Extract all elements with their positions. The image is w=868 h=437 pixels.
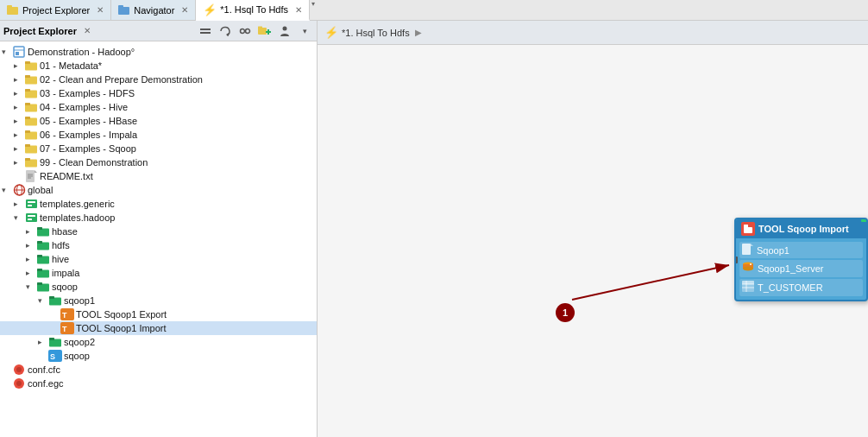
svg-rect-2 <box>118 7 129 15</box>
expand-arrow-tg[interactable] <box>14 200 24 208</box>
svg-rect-45 <box>26 213 37 222</box>
tree-item-01-metadata[interactable]: 01 - Metadata* <box>0 59 317 73</box>
expand-arrow-07[interactable] <box>14 144 24 153</box>
collapse-all-button[interactable] <box>197 23 214 39</box>
person-button[interactable] <box>276 23 293 39</box>
tabs-dropdown-arrow[interactable]: ▾ <box>311 0 315 20</box>
tree-item-sqoop-folder[interactable]: sqoop <box>0 280 317 294</box>
tree-item-02-clean[interactable]: 02 - Clean and Prepare Demonstration <box>0 73 317 86</box>
tree-item-05-hbase[interactable]: 05 - Examples - HBase <box>0 114 317 128</box>
folder-icon-07 <box>24 142 38 155</box>
tree-item-hbase[interactable]: hbase <box>0 225 317 238</box>
tab-project-explorer-close[interactable]: ✕ <box>97 5 104 15</box>
expand-arrow-99[interactable] <box>14 158 24 167</box>
tab-hsql-to-hdfs[interactable]: ⚡ *1. Hsql To Hdfs ✕ <box>196 0 310 21</box>
expand-arrow-05[interactable] <box>14 117 24 125</box>
canvas-panel: ⚡ *1. Hsql To Hdfs ▶ <box>318 21 868 437</box>
tree-item-sqoop1[interactable]: sqoop1 <box>0 294 317 307</box>
server-row-label: Sqoop1_Server <box>758 263 823 274</box>
tool-node-row-t-customer[interactable]: T_CUSTOMER <box>739 279 863 296</box>
expand-arrow-01[interactable] <box>14 61 24 70</box>
tree-item-hdfs[interactable]: hdfs <box>0 238 317 252</box>
svg-point-14 <box>283 26 287 30</box>
tab-navigator-close[interactable]: ✕ <box>181 5 188 15</box>
svg-point-69 <box>16 367 22 372</box>
tree-item-03-hdfs[interactable]: 03 - Examples - HDFS <box>0 86 317 100</box>
tree-item-demo-hadoop[interactable]: Demonstration - Hadoop° <box>0 45 317 59</box>
tree-item-conf-egc[interactable]: conf.egc <box>0 377 317 390</box>
tab-project-explorer[interactable]: Project Explorer ✕ <box>0 0 111 20</box>
svg-rect-10 <box>258 28 267 35</box>
tree-item-hive[interactable]: hive <box>0 252 317 266</box>
tool-node-body: Sqoop1 Sqoop1_Server <box>736 238 866 300</box>
impala-folder-icon <box>36 267 50 279</box>
more-options-button[interactable]: ▾ <box>296 23 313 39</box>
panel-header: Project Explorer ✕ <box>0 21 317 41</box>
tree-item-sqoop2[interactable]: sqoop2 <box>0 335 317 349</box>
tool-sqoop-import-node[interactable]: TOOL Sqoop Import Sqoop1 <box>734 218 868 301</box>
tree-item-templates-hadoop[interactable]: templates.hadoop <box>0 211 317 225</box>
tool-node-title: TOOL Sqoop Import <box>758 224 849 234</box>
expand-arrow-global[interactable] <box>2 186 12 194</box>
tree-item-global[interactable]: global <box>0 183 317 197</box>
tree-label-05: 05 - Examples - HBase <box>40 116 137 126</box>
svg-rect-74 <box>742 244 751 255</box>
tab-project-explorer-label: Project Explorer <box>22 5 90 16</box>
sqoop-folder-icon <box>36 281 50 293</box>
hive-folder-icon <box>36 253 50 265</box>
expand-arrow-hive[interactable] <box>26 255 36 263</box>
folder-icon-99 <box>24 156 38 168</box>
tree-item-templates-generic[interactable]: templates.generic <box>0 197 317 211</box>
svg-rect-42 <box>26 200 37 208</box>
folder-icon-01 <box>24 60 38 72</box>
expand-arrow-hdfs[interactable] <box>26 241 36 250</box>
tab-hsql-close[interactable]: ✕ <box>295 5 302 15</box>
expand-arrow-06[interactable] <box>14 130 24 139</box>
svg-rect-84 <box>742 281 754 284</box>
tree-item-tool-sqoop1-export[interactable]: T TOOL Sqoop1 Export <box>0 307 317 321</box>
svg-rect-46 <box>28 215 35 217</box>
link-button[interactable] <box>236 23 254 39</box>
tree-item-tool-sqoop1-import[interactable]: T TOOL Sqoop1 Import <box>0 321 317 335</box>
expand-arrow-03[interactable] <box>14 89 24 98</box>
tree-item-impala[interactable]: impala <box>0 266 317 280</box>
tool-node-row-sqoop1-server[interactable]: Sqoop1_Server <box>739 260 863 277</box>
breadcrumb-arrow-icon: ▶ <box>415 28 422 37</box>
tool-node-row-sqoop1[interactable]: Sqoop1 <box>739 242 863 258</box>
expand-arrow-impala[interactable] <box>26 269 36 277</box>
tree-label-tg: templates.generic <box>40 199 115 209</box>
tree-item-sqoop-tool[interactable]: S sqoop <box>0 349 317 363</box>
expand-arrow-hbase[interactable] <box>26 227 36 236</box>
tree-item-conf-cfc[interactable]: conf.cfc <box>0 363 317 377</box>
svg-marker-35 <box>35 170 37 173</box>
tree-item-04-hive[interactable]: 04 - Examples - Hive <box>0 100 317 114</box>
tree-item-06-impala[interactable]: 06 - Examples - Impala <box>0 128 317 142</box>
expand-arrow-04[interactable] <box>14 103 24 111</box>
canvas-area[interactable]: TOOL Sqoop Import Sqoop1 <box>318 45 868 437</box>
folder-icon-05 <box>24 115 38 127</box>
svg-rect-59 <box>49 296 54 299</box>
annotation-1: 1 <box>556 303 575 322</box>
sqoop1-row-icon <box>742 244 753 256</box>
tree-item-readme[interactable]: README.txt <box>0 169 317 183</box>
expand-arrow-sqoop-folder[interactable] <box>26 282 36 291</box>
svg-rect-3 <box>118 5 123 8</box>
expand-arrow-sqoop2[interactable] <box>38 338 48 346</box>
svg-rect-65 <box>49 338 54 340</box>
dropdown-chevron-icon: ▾ <box>303 27 307 35</box>
sync-button[interactable] <box>217 23 234 39</box>
tree-item-07-sqoop[interactable]: 07 - Examples - Sqoop <box>0 142 317 155</box>
node-left-handle[interactable] <box>734 256 738 263</box>
expand-arrow-th[interactable] <box>14 213 24 222</box>
expand-arrow-02[interactable] <box>14 75 24 84</box>
svg-rect-31 <box>25 144 30 147</box>
expand-arrow-sqoop1[interactable] <box>38 296 48 305</box>
new-folder-button[interactable] <box>256 23 274 39</box>
tab-navigator[interactable]: Navigator ✕ <box>111 0 196 20</box>
conf-cfc-icon <box>12 364 26 376</box>
panel-close-icon[interactable]: ✕ <box>84 26 91 35</box>
expand-arrow-demo[interactable] <box>2 48 12 56</box>
tree-item-99-clean[interactable]: 99 - Clean Demonstration <box>0 155 317 169</box>
tree-label-06: 06 - Examples - Impala <box>40 130 137 140</box>
svg-point-78 <box>743 267 753 271</box>
